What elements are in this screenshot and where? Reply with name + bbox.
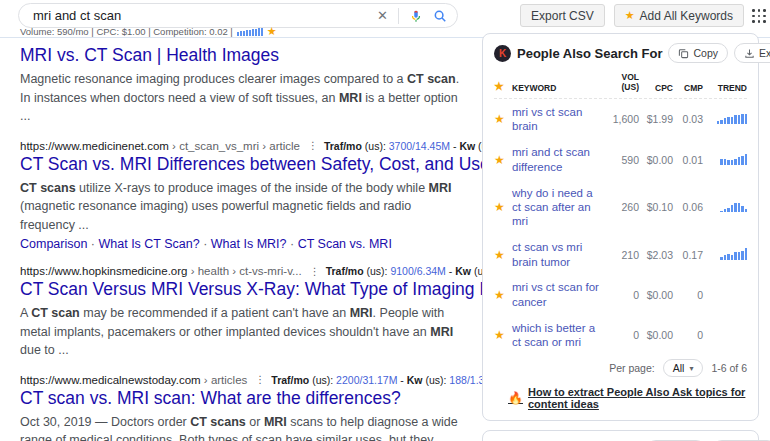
favorite-star-icon[interactable]: ★ — [494, 200, 512, 214]
keyword-cmp: 0.17 — [673, 249, 703, 261]
copy-button[interactable]: Copy — [668, 43, 728, 63]
pagination-range: 1-6 of 6 — [711, 362, 747, 374]
search-result: https://www.hopkinsmedicine.org › health… — [20, 265, 476, 360]
cpc-column-header: CPC — [639, 83, 673, 93]
add-all-keywords-button[interactable]: ★ Add All Keywords — [614, 4, 744, 27]
result-menu-icon[interactable]: ⋮ — [308, 140, 318, 151]
export-icon — [744, 48, 755, 59]
result-sitelinks: Comparison · What Is CT Scan? · What Is … — [20, 237, 476, 251]
sitelink[interactable]: What Is CT Scan? — [99, 237, 200, 251]
keyword-link[interactable]: which is better a ct scan or mri — [512, 321, 603, 350]
clear-search-icon[interactable]: ✕ — [377, 8, 388, 23]
keyword-link[interactable]: mri vs ct scan brain — [512, 105, 603, 134]
result-menu-icon[interactable]: ⋮ — [255, 374, 265, 385]
keyword-trend-chart — [703, 326, 747, 344]
keyword-trend-chart — [703, 198, 747, 216]
keywords-panel: KPeople Also Search ForCopyExport✕★KEYWO… — [482, 33, 759, 421]
result-url[interactable]: https://www.medicalnewstoday.com › artic… — [20, 374, 247, 386]
keyword-trend-chart — [703, 246, 747, 264]
result-snippet: CT scans utilize X-rays to produce image… — [20, 179, 468, 235]
result-title-link[interactable]: MRI vs. CT Scan | Health Images — [20, 45, 476, 66]
star-column-header: ★ — [494, 80, 512, 93]
voice-search-icon[interactable] — [409, 9, 423, 23]
export-csv-button[interactable]: Export CSV — [520, 4, 605, 27]
keyword-cpc: $0.10 — [639, 201, 673, 213]
copy-icon — [678, 48, 689, 59]
result-snippet: Oct 30, 2019 — Doctors order CT scans or… — [20, 413, 468, 441]
result-title-link[interactable]: CT Scan Versus MRI Versus X-Ray: What Ty… — [20, 279, 476, 300]
result-snippet: A CT scan may be recommended if a patien… — [20, 304, 468, 360]
help-article-link[interactable]: 🔥How to extract People Also Ask topics f… — [508, 386, 747, 410]
keyword-row: ★why do i need a ct scan after an mri260… — [494, 179, 747, 234]
sitelink[interactable]: CT Scan vs. MRI — [298, 237, 392, 251]
sitelink[interactable]: Comparison — [20, 237, 87, 251]
favorite-keyword-star-icon[interactable]: ★ — [267, 26, 277, 37]
favorite-star-icon[interactable]: ★ — [494, 328, 512, 342]
keyword-cmp: 0.01 — [673, 154, 703, 166]
keyword-volume: 590 — [603, 154, 639, 166]
keyword-trend-chart — [703, 286, 747, 304]
keyword-link[interactable]: mri and ct scan difference — [512, 145, 603, 174]
search-box-icons: ✕ — [377, 8, 447, 24]
search-divider — [398, 8, 399, 24]
keyword-row: ★which is better a ct scan or mri0$0.000 — [494, 314, 747, 354]
result-title-link[interactable]: CT Scan vs. MRI Differences between Safe… — [20, 154, 476, 175]
panel-header: KPeople Also Search ForCopyExport✕ — [494, 43, 747, 63]
favorite-star-icon[interactable]: ★ — [494, 153, 512, 167]
add-all-keywords-label: Add All Keywords — [640, 9, 733, 23]
result-url-line: https://www.medicinenet.com › ct_scan_vs… — [20, 140, 476, 152]
favorite-star-icon[interactable]: ★ — [494, 248, 512, 262]
keyword-volume: 0 — [603, 289, 639, 301]
keyword-row: ★mri vs ct scan brain1,600$1.990.03 — [494, 99, 747, 139]
google-serp-page: mri and ct scan ✕ — [0, 0, 770, 441]
keyword-trend-chart — [703, 110, 747, 128]
star-icon: ★ — [625, 10, 635, 21]
keyword-link[interactable]: mri vs ct scan for cancer — [512, 280, 603, 309]
keyword-cmp: 0.06 — [673, 201, 703, 213]
search-results-list: MRI vs. CT Scan | Health ImagesMagnetic … — [20, 43, 476, 441]
keyword-metrics-bar: Volume: 590/mo | CPC: $1.00 | Competitio… — [20, 26, 277, 37]
result-url-line: https://www.hopkinsmedicine.org › health… — [20, 265, 476, 277]
per-page-label: Per page: — [609, 362, 655, 374]
keyword-volume: 1,600 — [603, 113, 639, 125]
result-url[interactable]: https://www.medicinenet.com › ct_scan_vs… — [20, 140, 300, 152]
keyword-cmp: 0 — [673, 289, 703, 301]
search-input[interactable]: mri and ct scan — [33, 8, 377, 23]
result-title-link[interactable]: CT scan vs. MRI scan: What are the diffe… — [20, 388, 476, 409]
keyword-link[interactable]: why do i need a ct scan after an mri — [512, 186, 603, 229]
chevron-down-icon: ▾ — [689, 364, 693, 373]
google-apps-icon[interactable] — [752, 9, 766, 23]
per-page-dropdown[interactable]: All▾ — [663, 359, 704, 377]
sitelink[interactable]: What Is MRI? — [211, 237, 287, 251]
search-icon[interactable] — [433, 9, 447, 23]
search-box[interactable]: mri and ct scan ✕ — [18, 3, 458, 28]
table-header: ★KEYWORDVOL(US)CPCCMPTREND — [494, 73, 747, 99]
keyword-column-header: KEYWORD — [512, 83, 603, 93]
keywords-panel: KLong-Tail KeywordsCopyExport✕★KEYWORDVO… — [482, 430, 759, 441]
result-domain: https://www.medicinenet.com — [20, 140, 169, 152]
keywords-everywhere-logo-icon: K — [494, 45, 511, 62]
keyword-link[interactable]: ct scan vs mri brain tumor — [512, 240, 603, 269]
keywords-everywhere-panels: KPeople Also Search ForCopyExport✕★KEYWO… — [482, 33, 759, 441]
panel-title: People Also Search For — [517, 46, 662, 61]
result-snippet: Magnetic resonance imaging produces clea… — [20, 70, 468, 126]
favorite-star-icon[interactable]: ★ — [494, 112, 512, 126]
serp-traffic-metrics: Traf/mo (us): 2200/31.17M - Kw (us): 188… — [271, 374, 499, 386]
result-url[interactable]: https://www.hopkinsmedicine.org › health… — [20, 265, 302, 277]
keyword-cpc: $2.03 — [639, 249, 673, 261]
search-result: https://www.medicalnewstoday.com › artic… — [20, 374, 476, 441]
volume-trend-chart — [237, 27, 263, 36]
keyword-row: ★mri vs ct scan for cancer0$0.000 — [494, 274, 747, 314]
favorite-star-icon[interactable]: ★ — [494, 288, 512, 302]
cmp-column-header: CMP — [673, 83, 703, 93]
search-result: MRI vs. CT Scan | Health ImagesMagnetic … — [20, 45, 476, 126]
keyword-metrics-text: Volume: 590/mo | CPC: $1.00 | Competitio… — [20, 26, 233, 37]
trend-column-header: TREND — [703, 83, 747, 93]
result-breadcrumb: › articles — [201, 374, 248, 386]
result-url-line: https://www.medicalnewstoday.com › artic… — [20, 374, 476, 386]
keyword-trend-chart — [703, 151, 747, 169]
export-button[interactable]: Export — [734, 43, 770, 63]
keyword-row: ★ct scan vs mri brain tumor210$2.030.17 — [494, 234, 747, 274]
search-result: https://www.medicinenet.com › ct_scan_vs… — [20, 140, 476, 252]
result-menu-icon[interactable]: ⋮ — [310, 266, 320, 277]
